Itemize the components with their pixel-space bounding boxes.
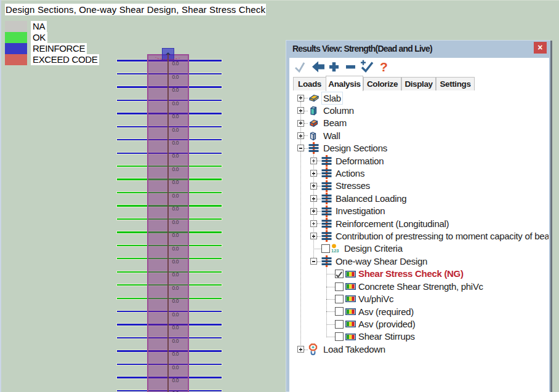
svg-text:123: 123 <box>331 248 339 254</box>
svg-text:?: ? <box>380 60 388 74</box>
